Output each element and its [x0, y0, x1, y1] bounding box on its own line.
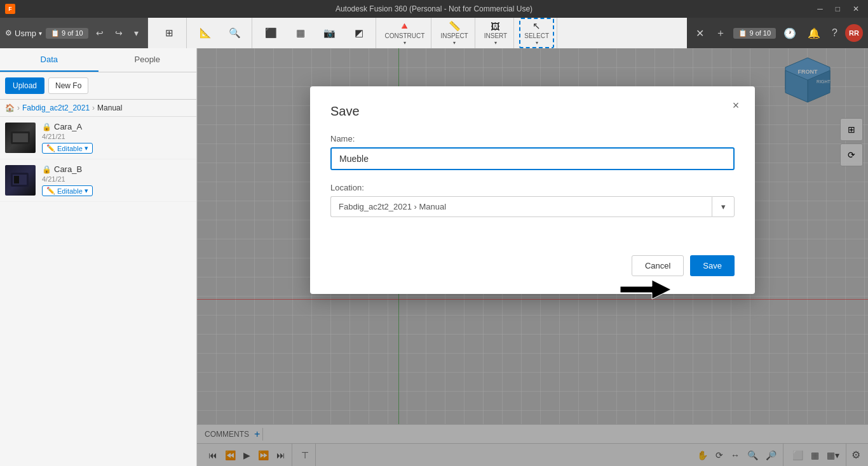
- save-button[interactable]: Save: [690, 255, 735, 276]
- minimize-btn[interactable]: ─: [813, 3, 827, 15]
- tab-people[interactable]: People: [98, 48, 197, 72]
- file-name-text: Cara_B: [54, 164, 82, 174]
- title-bar-left: F: [5, 4, 15, 14]
- dropdown-arrow: ▾: [85, 144, 88, 152]
- inspect-icon: 📏: [449, 20, 461, 32]
- badge-right: 📋 9 of 10: [733, 28, 776, 39]
- file-date: 4/21/21: [42, 175, 191, 183]
- workspace-icon: ⚙: [5, 29, 12, 37]
- left-sidebar: Data People Upload New Fo 🏠 › Fabdig_ac2…: [0, 48, 197, 466]
- undo-btn[interactable]: ↩: [92, 25, 107, 41]
- svg-rect-4: [14, 176, 19, 183]
- file-item[interactable]: 🔒 Cara_B 4/21/21 ✏️ Editable ▾: [0, 159, 196, 202]
- construct-icon: 🔺: [398, 20, 410, 32]
- edit-icon: ✏️: [46, 144, 55, 152]
- toolbar-group-insert: 🖼 INSERT ▾: [478, 18, 515, 48]
- dialog-close-btn[interactable]: ×: [727, 97, 745, 114]
- save-dialog: × Save Name: Location: ▾ Cancel Save: [310, 86, 755, 294]
- construct-label: CONSTRUCT: [385, 32, 425, 39]
- dropdown-btn[interactable]: ▾: [130, 25, 142, 41]
- redo-btn[interactable]: ↪: [111, 25, 126, 41]
- breadcrumb-sep2: ›: [92, 103, 95, 112]
- cancel-button[interactable]: Cancel: [632, 255, 684, 276]
- title-bar: F Autodesk Fusion 360 (Personal - Not fo…: [0, 0, 868, 18]
- history-btn[interactable]: 🕐: [780, 25, 800, 42]
- dropdown-arrow: ▾: [85, 187, 88, 195]
- top-toolbar: ⚙ Usmp ▾ 📋 9 of 10 ↩ ↪ ▾ ⊞ 📐 🔍: [0, 18, 868, 48]
- title-bar-controls[interactable]: ─ □ ✕: [813, 3, 863, 15]
- edit-icon: ✏️: [46, 187, 55, 195]
- badge-icon: 📋: [51, 29, 60, 37]
- badge-right-text: 9 of 10: [749, 29, 771, 37]
- toolbar-grid-btn[interactable]: ⊞: [156, 26, 184, 40]
- toolbar-group-inspect: 📏 INSPECT ▾: [434, 18, 475, 48]
- breadcrumb: 🏠 › Fabdig_ac2t2_2021 › Manual: [0, 100, 196, 117]
- insert-btn[interactable]: 🖼 INSERT ▾: [480, 20, 512, 47]
- insert-label: INSERT: [484, 32, 508, 39]
- badge-right-icon: 📋: [738, 29, 747, 37]
- inspect-btn[interactable]: 📏 INSPECT ▾: [437, 19, 471, 47]
- lock-icon: 🔒: [42, 165, 51, 174]
- inspect-arrow: ▾: [453, 40, 456, 46]
- close-btn[interactable]: ✕: [849, 3, 863, 15]
- breadcrumb-sep1: ›: [17, 103, 20, 112]
- tab-data[interactable]: Data: [0, 48, 98, 72]
- user-avatar[interactable]: RR: [845, 24, 863, 42]
- insert-arrow: ▾: [494, 40, 497, 46]
- construct-arrow: ▾: [403, 40, 406, 46]
- select-icon: ↖: [532, 20, 541, 32]
- home-icon[interactable]: 🏠: [5, 103, 15, 112]
- select-arrow: ▾: [536, 40, 538, 46]
- toolbar-group-tools: 📐 🔍: [189, 18, 252, 48]
- svg-rect-1: [13, 133, 28, 142]
- insert-icon: 🖼: [491, 21, 500, 32]
- file-thumbnail: [5, 165, 36, 196]
- toolbar-more-btn3[interactable]: 📷: [316, 26, 344, 40]
- toolbar-more-btn1[interactable]: ⬛: [257, 26, 285, 40]
- select-btn[interactable]: ↖ SELECT ▾: [519, 18, 554, 48]
- toolbar-more-btn4[interactable]: ◩: [345, 26, 373, 40]
- help-btn[interactable]: ?: [828, 25, 841, 41]
- location-dropdown-btn[interactable]: ▾: [712, 196, 735, 217]
- workspace-label: Usmp: [15, 29, 36, 38]
- search-icon: 🔍: [229, 27, 241, 39]
- close-panel-btn[interactable]: ✕: [692, 25, 708, 42]
- location-field-group: Location: ▾: [330, 183, 735, 217]
- name-field-group: Name:: [330, 134, 735, 170]
- location-input[interactable]: [330, 196, 712, 217]
- file-name-text: Cara_A: [54, 122, 82, 131]
- more-icon1: ⬛: [265, 27, 277, 39]
- add-tab-btn[interactable]: ＋: [712, 24, 729, 43]
- grid-icon: ⊞: [165, 27, 173, 39]
- maximize-btn[interactable]: □: [832, 3, 844, 15]
- workspace-selector[interactable]: ⚙ Usmp ▾: [5, 29, 42, 38]
- name-input[interactable]: [330, 147, 735, 170]
- location-label: Location:: [330, 183, 735, 192]
- notification-btn[interactable]: 🔔: [804, 25, 824, 42]
- lock-icon: 🔒: [42, 123, 51, 131]
- construct-btn[interactable]: 🔺 CONSTRUCT ▾: [381, 19, 429, 47]
- file-date: 4/21/21: [42, 133, 191, 140]
- badge-left: 📋 9 of 10: [46, 28, 88, 39]
- toolbar-search-btn[interactable]: 🔍: [221, 26, 249, 40]
- file-thumbnail: [5, 123, 36, 153]
- breadcrumb-item-project[interactable]: Fabdig_ac2t2_2021: [22, 103, 90, 112]
- toolbar-tool-btn[interactable]: 📐: [192, 26, 220, 40]
- more-icon4: ◩: [355, 27, 363, 39]
- badge-label: Editable: [57, 187, 83, 195]
- badge-label: Editable: [57, 145, 83, 152]
- inspect-label: INSPECT: [440, 32, 468, 39]
- file-name: 🔒 Cara_A: [42, 122, 191, 131]
- modal-overlay: × Save Name: Location: ▾ Cancel Save: [197, 48, 868, 466]
- file-badge-editable[interactable]: ✏️ Editable ▾: [42, 185, 93, 196]
- toolbar-more-btn2[interactable]: ▦: [287, 26, 315, 40]
- title-bar-title: Autodesk Fusion 360 (Personal - Not for …: [336, 4, 532, 13]
- new-folder-button[interactable]: New Fo: [48, 77, 88, 94]
- upload-button[interactable]: Upload: [5, 77, 44, 94]
- main-canvas[interactable]: FRONT RIGHT ⊞ ⟳ COMMENTS + ⏮ ⏪ ▶ ⏩ ⏭: [197, 48, 868, 466]
- file-badge-editable[interactable]: ✏️ Editable ▾: [42, 143, 93, 154]
- sidebar-tabs: Data People: [0, 48, 196, 72]
- file-item[interactable]: 🔒 Cara_A 4/21/21 ✏️ Editable ▾: [0, 117, 196, 159]
- app-icon: F: [5, 4, 15, 14]
- toolbar-group-more: ⬛ ▦ 📷 ◩: [255, 18, 376, 48]
